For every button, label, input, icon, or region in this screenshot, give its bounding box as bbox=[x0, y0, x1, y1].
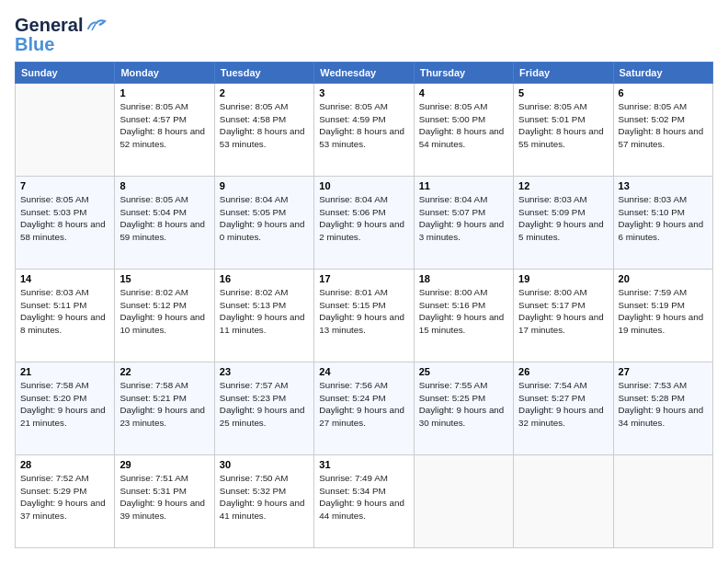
calendar-cell: 16Sunrise: 8:02 AMSunset: 5:13 PMDayligh… bbox=[214, 270, 313, 362]
cell-info: Sunrise: 8:05 AMSunset: 5:02 PMDaylight:… bbox=[619, 100, 708, 151]
cell-info: Sunrise: 7:49 AMSunset: 5:34 PMDaylight:… bbox=[319, 472, 408, 523]
calendar-cell: 19Sunrise: 8:00 AMSunset: 5:17 PMDayligh… bbox=[514, 270, 613, 362]
cell-info: Sunrise: 7:54 AMSunset: 5:27 PMDaylight:… bbox=[518, 379, 608, 430]
calendar-cell: 24Sunrise: 7:56 AMSunset: 5:24 PMDayligh… bbox=[314, 362, 414, 455]
page: General Blue SundayMondayTuesdayWednesda… bbox=[0, 0, 728, 563]
cell-info: Sunrise: 7:53 AMSunset: 5:28 PMDaylight:… bbox=[619, 379, 708, 430]
day-number: 14 bbox=[20, 273, 109, 284]
calendar-cell: 30Sunrise: 7:50 AMSunset: 5:32 PMDayligh… bbox=[214, 455, 313, 548]
calendar-body: 1Sunrise: 8:05 AMSunset: 4:57 PMDaylight… bbox=[16, 84, 713, 548]
cell-info: Sunrise: 8:02 AMSunset: 5:13 PMDaylight:… bbox=[220, 286, 309, 337]
calendar-cell: 11Sunrise: 8:04 AMSunset: 5:07 PMDayligh… bbox=[414, 177, 513, 270]
weekday-row: SundayMondayTuesdayWednesdayThursdayFrid… bbox=[16, 63, 713, 84]
cell-info: Sunrise: 8:04 AMSunset: 5:06 PMDaylight:… bbox=[319, 193, 408, 244]
cell-info: Sunrise: 8:04 AMSunset: 5:07 PMDaylight:… bbox=[419, 193, 508, 244]
calendar-cell: 14Sunrise: 8:03 AMSunset: 5:11 PMDayligh… bbox=[16, 270, 115, 362]
calendar-cell: 17Sunrise: 8:01 AMSunset: 5:15 PMDayligh… bbox=[314, 270, 414, 362]
cell-info: Sunrise: 7:50 AMSunset: 5:32 PMDaylight:… bbox=[220, 472, 309, 523]
calendar-cell: 9Sunrise: 8:04 AMSunset: 5:05 PMDaylight… bbox=[214, 177, 313, 270]
day-number: 11 bbox=[419, 180, 508, 191]
calendar-cell: 3Sunrise: 8:05 AMSunset: 4:59 PMDaylight… bbox=[314, 84, 414, 177]
cell-info: Sunrise: 8:04 AMSunset: 5:05 PMDaylight:… bbox=[220, 193, 309, 244]
day-number: 8 bbox=[119, 180, 209, 191]
calendar-week-row: 7Sunrise: 8:05 AMSunset: 5:03 PMDaylight… bbox=[16, 177, 713, 270]
day-number: 13 bbox=[619, 180, 708, 191]
day-number: 20 bbox=[619, 273, 708, 284]
calendar-cell: 4Sunrise: 8:05 AMSunset: 5:00 PMDaylight… bbox=[414, 84, 513, 177]
cell-info: Sunrise: 8:05 AMSunset: 4:59 PMDaylight:… bbox=[319, 100, 408, 151]
day-number: 24 bbox=[319, 366, 408, 377]
day-number: 19 bbox=[518, 273, 608, 284]
calendar-cell: 23Sunrise: 7:57 AMSunset: 5:23 PMDayligh… bbox=[214, 362, 313, 455]
calendar-cell bbox=[613, 455, 712, 548]
calendar-cell: 8Sunrise: 8:05 AMSunset: 5:04 PMDaylight… bbox=[115, 177, 214, 270]
calendar-cell: 6Sunrise: 8:05 AMSunset: 5:02 PMDaylight… bbox=[613, 84, 712, 177]
day-number: 16 bbox=[220, 273, 309, 284]
calendar-cell: 27Sunrise: 7:53 AMSunset: 5:28 PMDayligh… bbox=[613, 362, 712, 455]
day-number: 15 bbox=[119, 273, 209, 284]
day-number: 21 bbox=[20, 366, 109, 377]
calendar-cell: 12Sunrise: 8:03 AMSunset: 5:09 PMDayligh… bbox=[514, 177, 613, 270]
day-number: 6 bbox=[619, 87, 708, 98]
cell-info: Sunrise: 8:05 AMSunset: 4:58 PMDaylight:… bbox=[220, 100, 309, 151]
calendar-table: SundayMondayTuesdayWednesdayThursdayFrid… bbox=[15, 62, 713, 548]
cell-info: Sunrise: 8:02 AMSunset: 5:12 PMDaylight:… bbox=[119, 286, 209, 337]
calendar-cell: 26Sunrise: 7:54 AMSunset: 5:27 PMDayligh… bbox=[514, 362, 613, 455]
day-number: 26 bbox=[518, 366, 608, 377]
day-number: 18 bbox=[419, 273, 508, 284]
cell-info: Sunrise: 8:05 AMSunset: 5:00 PMDaylight:… bbox=[419, 100, 508, 151]
cell-info: Sunrise: 8:05 AMSunset: 5:01 PMDaylight:… bbox=[518, 100, 608, 151]
cell-info: Sunrise: 8:03 AMSunset: 5:10 PMDaylight:… bbox=[619, 193, 708, 244]
cell-info: Sunrise: 8:00 AMSunset: 5:16 PMDaylight:… bbox=[419, 286, 508, 337]
calendar-cell bbox=[514, 455, 613, 548]
weekday-header: Thursday bbox=[414, 63, 513, 84]
calendar-cell bbox=[16, 84, 115, 177]
cell-info: Sunrise: 8:00 AMSunset: 5:17 PMDaylight:… bbox=[518, 286, 608, 337]
day-number: 4 bbox=[419, 87, 508, 98]
cell-info: Sunrise: 7:52 AMSunset: 5:29 PMDaylight:… bbox=[20, 472, 109, 523]
calendar-cell: 21Sunrise: 7:58 AMSunset: 5:20 PMDayligh… bbox=[16, 362, 115, 455]
cell-info: Sunrise: 7:56 AMSunset: 5:24 PMDaylight:… bbox=[319, 379, 408, 430]
logo: General Blue bbox=[15, 15, 107, 52]
day-number: 7 bbox=[20, 180, 109, 191]
day-number: 30 bbox=[220, 459, 309, 470]
cell-info: Sunrise: 8:05 AMSunset: 5:03 PMDaylight:… bbox=[20, 193, 109, 244]
cell-info: Sunrise: 8:03 AMSunset: 5:09 PMDaylight:… bbox=[518, 193, 608, 244]
calendar-cell: 7Sunrise: 8:05 AMSunset: 5:03 PMDaylight… bbox=[16, 177, 115, 270]
day-number: 23 bbox=[220, 366, 309, 377]
cell-info: Sunrise: 8:03 AMSunset: 5:11 PMDaylight:… bbox=[20, 286, 109, 337]
day-number: 9 bbox=[220, 180, 309, 191]
cell-info: Sunrise: 7:55 AMSunset: 5:25 PMDaylight:… bbox=[419, 379, 508, 430]
calendar-cell: 29Sunrise: 7:51 AMSunset: 5:31 PMDayligh… bbox=[115, 455, 214, 548]
calendar-cell: 13Sunrise: 8:03 AMSunset: 5:10 PMDayligh… bbox=[613, 177, 712, 270]
weekday-header: Sunday bbox=[16, 63, 115, 84]
day-number: 27 bbox=[619, 366, 708, 377]
calendar-cell: 18Sunrise: 8:00 AMSunset: 5:16 PMDayligh… bbox=[414, 270, 513, 362]
weekday-header: Wednesday bbox=[314, 63, 414, 84]
calendar-week-row: 1Sunrise: 8:05 AMSunset: 4:57 PMDaylight… bbox=[16, 84, 713, 177]
calendar-cell: 20Sunrise: 7:59 AMSunset: 5:19 PMDayligh… bbox=[613, 270, 712, 362]
calendar-cell: 2Sunrise: 8:05 AMSunset: 4:58 PMDaylight… bbox=[214, 84, 313, 177]
cell-info: Sunrise: 8:05 AMSunset: 4:57 PMDaylight:… bbox=[119, 100, 209, 151]
day-number: 12 bbox=[518, 180, 608, 191]
day-number: 3 bbox=[319, 87, 408, 98]
day-number: 31 bbox=[319, 459, 408, 470]
day-number: 10 bbox=[319, 180, 408, 191]
day-number: 29 bbox=[119, 459, 209, 470]
calendar-cell: 1Sunrise: 8:05 AMSunset: 4:57 PMDaylight… bbox=[115, 84, 214, 177]
day-number: 25 bbox=[419, 366, 508, 377]
weekday-header: Friday bbox=[514, 63, 613, 84]
cell-info: Sunrise: 7:57 AMSunset: 5:23 PMDaylight:… bbox=[220, 379, 309, 430]
logo-general: General bbox=[15, 15, 83, 35]
calendar-cell: 5Sunrise: 8:05 AMSunset: 5:01 PMDaylight… bbox=[514, 84, 613, 177]
cell-info: Sunrise: 7:59 AMSunset: 5:19 PMDaylight:… bbox=[619, 286, 708, 337]
weekday-header: Tuesday bbox=[214, 63, 313, 84]
cell-info: Sunrise: 8:05 AMSunset: 5:04 PMDaylight:… bbox=[119, 193, 209, 244]
logo-bird-icon bbox=[86, 17, 107, 34]
day-number: 2 bbox=[220, 87, 309, 98]
day-number: 5 bbox=[518, 87, 608, 98]
calendar-cell: 22Sunrise: 7:58 AMSunset: 5:21 PMDayligh… bbox=[115, 362, 214, 455]
cell-info: Sunrise: 8:01 AMSunset: 5:15 PMDaylight:… bbox=[319, 286, 408, 337]
cell-info: Sunrise: 7:58 AMSunset: 5:21 PMDaylight:… bbox=[119, 379, 209, 430]
calendar-cell: 28Sunrise: 7:52 AMSunset: 5:29 PMDayligh… bbox=[16, 455, 115, 548]
